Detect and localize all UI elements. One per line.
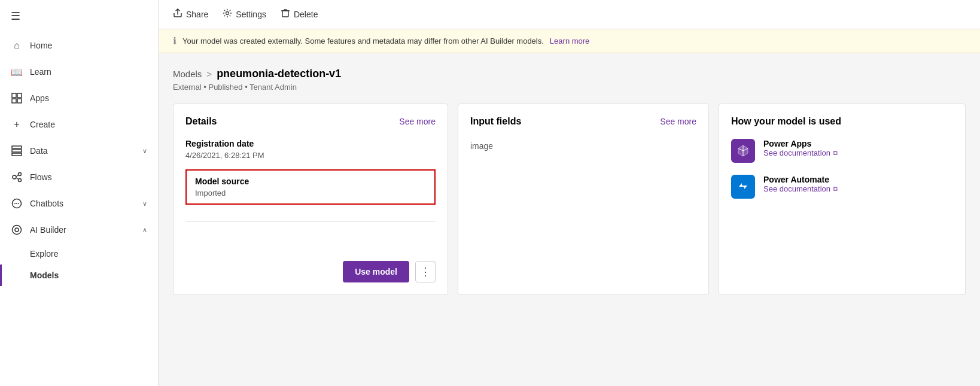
input-fields-see-more-link[interactable]: See more bbox=[660, 117, 696, 126]
external-link-icon: ⧉ bbox=[833, 149, 838, 157]
details-card-title: Details bbox=[185, 116, 217, 127]
info-banner: ℹ Your model was created externally. Som… bbox=[159, 29, 980, 53]
info-icon: ℹ bbox=[173, 35, 176, 47]
chevron-up-icon: ∧ bbox=[142, 226, 147, 234]
more-options-icon: ⋮ bbox=[420, 265, 431, 278]
sidebar: ☰ ⌂ Home 📖 Learn Apps + Create bbox=[0, 0, 159, 386]
content-area: Models > pneumonia-detection-v1 External… bbox=[159, 53, 980, 386]
share-label: Share bbox=[186, 10, 208, 19]
model-source-label: Model source bbox=[195, 177, 426, 186]
sidebar-item-label: AI Builder bbox=[30, 225, 135, 235]
model-usage-card-header: How your model is used bbox=[731, 116, 953, 127]
sidebar-item-apps[interactable]: Apps bbox=[0, 85, 158, 111]
power-automate-icon-box bbox=[731, 175, 755, 199]
learn-more-link[interactable]: Learn more bbox=[550, 37, 589, 45]
svg-point-8 bbox=[19, 173, 22, 176]
power-automate-info: Power Automate See documentation ⧉ bbox=[763, 175, 838, 193]
breadcrumb-current: pneumonia-detection-v1 bbox=[217, 68, 341, 80]
sidebar-item-ai-builder[interactable]: AI Builder ∧ bbox=[0, 217, 158, 243]
power-apps-name: Power Apps bbox=[763, 139, 838, 148]
sidebar-item-label: Create bbox=[30, 120, 147, 129]
svg-point-14 bbox=[16, 203, 17, 204]
more-options-button[interactable]: ⋮ bbox=[415, 261, 436, 282]
create-icon: + bbox=[11, 118, 23, 130]
details-card-footer: Use model ⋮ bbox=[185, 251, 436, 282]
sidebar-item-create[interactable]: + Create bbox=[0, 111, 158, 138]
power-apps-info: Power Apps See documentation ⧉ bbox=[763, 139, 838, 157]
sidebar-item-label: Chatbots bbox=[30, 199, 135, 208]
settings-icon bbox=[223, 8, 232, 20]
svg-rect-5 bbox=[12, 150, 22, 152]
power-apps-doc-link[interactable]: See documentation ⧉ bbox=[763, 148, 838, 157]
power-apps-usage-item: Power Apps See documentation ⧉ bbox=[731, 139, 953, 163]
sidebar-header: ☰ bbox=[0, 0, 158, 32]
sidebar-item-label: Home bbox=[30, 41, 147, 50]
input-fields-card-header: Input fields See more bbox=[470, 116, 696, 127]
model-source-value: Imported bbox=[195, 189, 426, 197]
sidebar-navigation: ⌂ Home 📖 Learn Apps + Create bbox=[0, 32, 158, 386]
cards-row: Details See more Registration date 4/26/… bbox=[173, 104, 966, 295]
page-subtitle: External • Published • Tenant Admin bbox=[173, 83, 966, 92]
share-button[interactable]: Share bbox=[173, 6, 208, 23]
svg-point-7 bbox=[13, 175, 16, 179]
details-card-header: Details See more bbox=[185, 116, 436, 127]
svg-line-10 bbox=[16, 175, 19, 177]
sidebar-item-data[interactable]: Data ∨ bbox=[0, 138, 158, 164]
svg-point-9 bbox=[19, 179, 22, 182]
external-link-icon: ⧉ bbox=[833, 185, 838, 193]
power-apps-icon-box bbox=[731, 139, 755, 163]
svg-rect-3 bbox=[17, 99, 22, 103]
share-icon bbox=[173, 8, 182, 20]
sidebar-item-home[interactable]: ⌂ Home bbox=[0, 32, 158, 59]
svg-rect-19 bbox=[282, 11, 288, 17]
chevron-down-icon: ∨ bbox=[142, 147, 147, 155]
svg-line-11 bbox=[16, 178, 19, 180]
registration-date-label: Registration date bbox=[185, 139, 436, 148]
settings-button[interactable]: Settings bbox=[223, 6, 266, 23]
breadcrumb-parent[interactable]: Models bbox=[173, 69, 202, 79]
sidebar-item-label: Flows bbox=[30, 172, 147, 182]
power-apps-doc-link-text: See documentation bbox=[763, 148, 830, 157]
svg-point-13 bbox=[14, 203, 16, 204]
power-automate-doc-link-text: See documentation bbox=[763, 184, 830, 193]
toolbar: Share Settings Delete bbox=[159, 0, 980, 29]
sidebar-item-flows[interactable]: Flows bbox=[0, 164, 158, 190]
svg-point-16 bbox=[13, 226, 22, 235]
main-content: Share Settings Delete ℹ Your model wa bbox=[159, 0, 980, 386]
use-model-button[interactable]: Use model bbox=[343, 261, 409, 282]
svg-rect-2 bbox=[12, 99, 16, 103]
delete-button[interactable]: Delete bbox=[281, 6, 318, 23]
registration-date-value: 4/26/2021, 6:28:21 PM bbox=[185, 151, 436, 160]
breadcrumb: Models > pneumonia-detection-v1 bbox=[173, 68, 966, 80]
model-source-highlight-box: Model source Imported bbox=[185, 169, 436, 205]
svg-rect-4 bbox=[12, 146, 22, 148]
model-usage-card: How your model is used Power Apps See do… bbox=[719, 104, 966, 295]
models-label: Models bbox=[30, 270, 59, 280]
delete-label: Delete bbox=[294, 10, 318, 19]
explore-label: Explore bbox=[30, 249, 58, 259]
power-automate-doc-link[interactable]: See documentation ⧉ bbox=[763, 184, 838, 193]
svg-point-17 bbox=[15, 228, 19, 232]
ai-builder-icon bbox=[11, 224, 23, 236]
input-field-image: image bbox=[470, 141, 696, 151]
svg-rect-1 bbox=[17, 93, 22, 98]
data-icon bbox=[11, 145, 23, 157]
power-automate-usage-item: Power Automate See documentation ⧉ bbox=[731, 175, 953, 199]
sidebar-item-label: Data bbox=[30, 146, 135, 156]
details-card: Details See more Registration date 4/26/… bbox=[173, 104, 448, 295]
details-see-more-link[interactable]: See more bbox=[399, 117, 436, 126]
sidebar-item-models[interactable]: Models bbox=[0, 265, 158, 286]
sidebar-item-explore[interactable]: Explore bbox=[0, 243, 158, 265]
sidebar-item-label: Apps bbox=[30, 93, 147, 103]
sidebar-item-learn[interactable]: 📖 Learn bbox=[0, 59, 158, 85]
breadcrumb-chevron-icon: > bbox=[206, 69, 212, 79]
home-icon: ⌂ bbox=[11, 39, 23, 51]
svg-rect-6 bbox=[12, 153, 22, 156]
flows-icon bbox=[11, 171, 23, 183]
card-divider bbox=[185, 221, 436, 222]
model-usage-card-title: How your model is used bbox=[731, 116, 841, 127]
sidebar-item-chatbots[interactable]: Chatbots ∨ bbox=[0, 190, 158, 217]
hamburger-menu-icon[interactable]: ☰ bbox=[11, 10, 20, 23]
sidebar-item-label: Learn bbox=[30, 67, 147, 77]
apps-icon bbox=[11, 92, 23, 104]
